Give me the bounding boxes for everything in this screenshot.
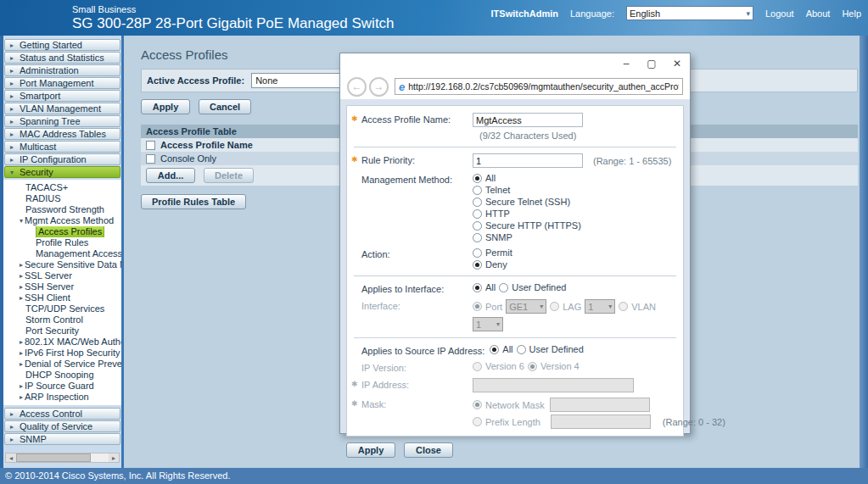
chevron-right-icon: ▸ bbox=[18, 337, 25, 348]
radio-icon bbox=[473, 248, 482, 258]
sidebar-item-dhcp-snooping[interactable]: DHCP Snooping bbox=[3, 370, 121, 381]
url-input[interactable] bbox=[408, 81, 679, 92]
cancel-button[interactable]: Cancel bbox=[199, 99, 251, 114]
sidebar-group-snmp[interactable]: ▸SNMP bbox=[4, 433, 120, 445]
sidebar-horizontal-scrollbar[interactable]: ◂ ▸ bbox=[5, 453, 120, 463]
apply-button[interactable]: Apply bbox=[141, 99, 190, 114]
radio-management-secure-telnet[interactable]: Secure Telnet (SSH) bbox=[473, 197, 581, 207]
sidebar-item-radius[interactable]: RADIUS bbox=[3, 193, 121, 204]
radio-management-snmp[interactable]: SNMP bbox=[473, 232, 581, 242]
sidebar-group-port-management[interactable]: ▸Port Management bbox=[4, 77, 120, 89]
about-link[interactable]: About bbox=[806, 8, 831, 19]
prefix-length-input bbox=[551, 414, 651, 429]
close-icon[interactable]: ✕ bbox=[664, 54, 690, 73]
app-header: Small Business SG 300-28P 28-Port Gigabi… bbox=[0, 0, 868, 36]
active-profile-value: None bbox=[255, 75, 277, 86]
minimize-icon[interactable]: – bbox=[613, 54, 639, 73]
ip-address-input bbox=[473, 378, 634, 392]
access-profile-name-input[interactable] bbox=[473, 113, 583, 127]
sidebar-item-tacacs[interactable]: TACACS+ bbox=[3, 182, 121, 193]
sidebar-group-security[interactable]: ▾Security bbox=[4, 166, 120, 178]
sidebar-item-ip-source-guard[interactable]: ▸IP Source Guard bbox=[3, 381, 121, 392]
radio-icon bbox=[550, 302, 559, 311]
radio-management-http[interactable]: HTTP bbox=[473, 209, 581, 219]
sidebar-item-ssh-server[interactable]: ▸SSH Server bbox=[3, 281, 121, 292]
radio-action-permit[interactable]: Permit bbox=[473, 248, 512, 258]
sidebar-group-smartport[interactable]: ▸Smartport bbox=[4, 90, 120, 102]
scroll-left-icon[interactable]: ◂ bbox=[6, 453, 16, 462]
scrollbar-thumb[interactable] bbox=[16, 453, 91, 462]
sidebar-item-denial-of-service-prevention[interactable]: ▸Denial of Service Prevention bbox=[3, 359, 121, 370]
sidebar-item-access-profiles[interactable]: Access Profiles bbox=[3, 226, 121, 237]
radio-icon bbox=[528, 362, 537, 371]
help-link[interactable]: Help bbox=[842, 8, 861, 19]
radio-interface-all[interactable]: All bbox=[473, 282, 496, 292]
logout-link[interactable]: Logout bbox=[765, 8, 794, 19]
radio-management-https[interactable]: Secure HTTP (HTTPS) bbox=[473, 220, 581, 231]
spacer bbox=[351, 299, 361, 301]
sidebar-group-status-and-statistics[interactable]: ▸Status and Statistics bbox=[4, 52, 120, 64]
radio-ip-version-4: Version 4 bbox=[528, 361, 580, 371]
spacer bbox=[351, 173, 361, 175]
row-checkbox[interactable] bbox=[146, 154, 155, 164]
profile-rules-table-button[interactable]: Profile Rules Table bbox=[141, 194, 246, 209]
select-all-checkbox[interactable] bbox=[146, 141, 155, 150]
sidebar-item-profile-rules[interactable]: Profile Rules bbox=[3, 237, 121, 248]
add-access-profile-window: – ▢ ✕ ← → e ✱ Access Profile Name: (9/32… bbox=[339, 53, 691, 434]
radio-management-telnet[interactable]: Telnet bbox=[473, 185, 581, 195]
sidebar-group-multicast[interactable]: ▸Multicast bbox=[4, 141, 120, 153]
radio-interface-user-defined[interactable]: User Defined bbox=[499, 282, 566, 292]
chevron-right-icon: ▸ bbox=[18, 392, 25, 403]
dialog-close-button[interactable]: Close bbox=[404, 442, 453, 458]
sidebar-item-storm-control[interactable]: Storm Control bbox=[3, 314, 121, 325]
sidebar-group-getting-started[interactable]: ▸Getting Started bbox=[4, 39, 120, 51]
radio-management-all[interactable]: All bbox=[473, 173, 581, 183]
sidebar-item-mgmt-access-method[interactable]: ▾Mgmt Access Method bbox=[3, 215, 121, 226]
radio-icon bbox=[473, 362, 482, 371]
radio-icon bbox=[473, 260, 482, 270]
group-label: Port Management bbox=[20, 78, 93, 88]
ie-browser-icon: e bbox=[399, 81, 405, 93]
sidebar-group-mac-address-tables[interactable]: ▸MAC Address Tables bbox=[4, 128, 120, 140]
sidebar-item-ssl-server[interactable]: ▸SSL Server bbox=[3, 270, 121, 281]
rule-priority-input[interactable] bbox=[473, 153, 583, 168]
sidebar-item-arp-inspection[interactable]: ▸ARP Inspection bbox=[3, 392, 121, 403]
radio-source-ip-all[interactable]: All bbox=[490, 344, 512, 354]
radio-icon bbox=[473, 186, 482, 195]
language-value: English bbox=[630, 8, 660, 19]
chevron-down-icon: ▾ bbox=[8, 169, 15, 176]
sidebar-group-access-control[interactable]: ▸Access Control bbox=[4, 408, 120, 420]
sidebar-item-port-security[interactable]: Port Security bbox=[3, 325, 121, 337]
sidebar-group-administration[interactable]: ▸Administration bbox=[4, 64, 120, 76]
sidebar-item-password-strength[interactable]: Password Strength bbox=[3, 204, 121, 215]
sidebar-item-tcp-udp-services[interactable]: TCP/UDP Services bbox=[3, 303, 121, 314]
right-edge bbox=[860, 36, 868, 468]
sidebar-item-management-access-authentication[interactable]: Management Access Authentic bbox=[3, 248, 121, 259]
characters-used-hint: (9/32 Characters Used) bbox=[479, 131, 576, 141]
required-icon: ✱ bbox=[351, 378, 361, 388]
sidebar-item-ipv6-first-hop-security[interactable]: ▸IPv6 First Hop Security bbox=[3, 348, 121, 359]
radio-action-deny[interactable]: Deny bbox=[473, 259, 512, 270]
add-button[interactable]: Add... bbox=[146, 168, 195, 183]
sidebar-item-ssh-client[interactable]: ▸SSH Client bbox=[3, 292, 121, 303]
maximize-icon[interactable]: ▢ bbox=[639, 54, 664, 73]
sidebar-group-spanning-tree[interactable]: ▸Spanning Tree bbox=[4, 115, 120, 127]
sidebar-item-8021x-mac-web-authentication[interactable]: ▸802.1X MAC/Web Authentication bbox=[3, 337, 121, 348]
chevron-right-icon: ▸ bbox=[8, 156, 15, 164]
radio-source-ip-user-defined[interactable]: User Defined bbox=[517, 344, 584, 354]
sidebar-group-ip-configuration[interactable]: ▸IP Configuration bbox=[4, 153, 120, 165]
sidebar-group-quality-of-service[interactable]: ▸Quality of Service bbox=[4, 420, 120, 432]
language-label: Language: bbox=[570, 8, 614, 19]
sidebar-item-secure-sensitive-data-management[interactable]: ▸Secure Sensitive Data Manageme bbox=[3, 259, 121, 270]
radio-icon bbox=[473, 233, 482, 242]
dialog-apply-button[interactable]: Apply bbox=[346, 442, 395, 458]
chevron-right-icon: ▸ bbox=[18, 348, 25, 359]
scroll-right-icon[interactable]: ▸ bbox=[109, 453, 119, 462]
sidebar-group-vlan-management[interactable]: ▸VLAN Management bbox=[4, 103, 120, 114]
language-select[interactable]: English ▾ bbox=[626, 6, 753, 20]
sidebar-nav: ▸Getting Started ▸Status and Statistics … bbox=[3, 36, 121, 468]
back-icon[interactable]: ← bbox=[347, 77, 367, 97]
delete-button: Delete bbox=[204, 168, 254, 183]
forward-icon[interactable]: → bbox=[369, 77, 389, 97]
scrollbar-track[interactable] bbox=[91, 453, 109, 462]
